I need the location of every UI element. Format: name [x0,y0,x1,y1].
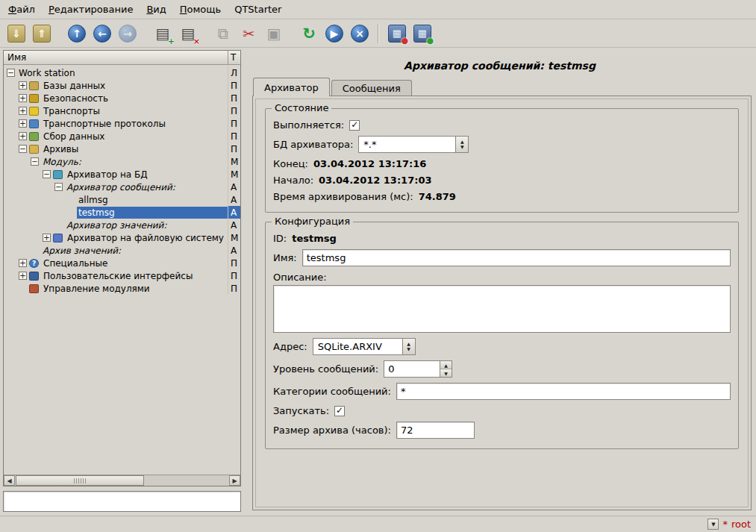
paste-item-button: ▣ [262,22,286,46]
tree-item[interactable]: Архиватор значений:А [4,219,240,231]
collapse-icon[interactable]: − [19,145,27,153]
expand-icon[interactable]: + [19,81,27,90]
forward-icon: → [119,25,137,43]
refresh-button[interactable]: ↻ [297,22,321,46]
current-user[interactable]: root [731,519,751,530]
expand-icon[interactable]: + [19,132,27,140]
archive-size-label: Размер архива (часов): [273,425,391,436]
tree-item[interactable]: +Базы данныхП [4,79,240,92]
tree-item[interactable]: +Архиватор на файловую системуМ [4,231,240,244]
name-input[interactable] [302,249,731,266]
archiver-db-combobox[interactable]: *.* ▲▼ [358,136,469,153]
expand-icon[interactable]: + [19,259,27,267]
add-item-button[interactable]: ▤+ [151,22,175,46]
collapse-icon[interactable]: − [43,170,51,178]
tree-item-type: П [228,92,240,104]
running-checkbox[interactable]: ✓ [349,120,360,131]
message-level-label: Уровень сообщений: [273,363,378,375]
message-level-spinbox[interactable]: ▲ ▼ [384,360,452,378]
back-button[interactable]: ← [90,22,114,46]
stop-button[interactable]: × [348,22,372,46]
delete-item-button[interactable]: ▤× [176,22,200,46]
tree-item[interactable]: +Сбор данныхП [4,130,240,143]
load-button[interactable]: ⇓ [4,22,28,46]
tree-item-type: П [228,257,240,269]
expand-icon[interactable]: + [19,272,27,280]
tree-item[interactable]: +ТранспортыП [4,104,240,117]
message-categories-input[interactable] [396,383,731,400]
tree-item-type: П [228,79,240,92]
tab-archiver[interactable]: Архиватор [253,78,330,96]
start-checkbox[interactable]: ✓ [334,406,345,416]
ui-icon [29,272,39,281]
vision-button[interactable]: ▦● [410,22,434,46]
tree-item[interactable]: allmsgА [4,193,240,206]
spin-up-icon[interactable]: ▲ [440,361,452,369]
tree-item[interactable]: −АрхивыП [4,143,240,155]
tree-column-name[interactable]: Имя [4,51,228,64]
modules-icon [29,284,39,293]
configurator-icon: ▦● [388,25,406,43]
menu-item-qtstarter[interactable]: QTStarter [228,1,288,18]
tree-item[interactable]: +?СпециальныеП [4,257,240,269]
description-textarea[interactable] [273,285,731,333]
spin-down-icon[interactable]: ▼ [440,369,452,377]
expand-icon[interactable]: + [19,94,27,102]
tree-filter-input[interactable] [3,491,241,512]
expand-icon[interactable]: + [19,119,27,128]
id-label: ID: [273,233,287,244]
tree-item[interactable]: +Пользовательские интерфейсыП [4,269,240,282]
tree-item[interactable]: testmsgА [4,206,240,219]
combo-arrows-icon: ▲▼ [455,137,468,152]
menu-item-file[interactable]: Файл [1,1,42,18]
menu-item-help[interactable]: Помощь [173,1,228,18]
databases-icon [29,81,39,90]
tree-item[interactable]: +Транспортные протоколыП [4,117,240,130]
start-button[interactable]: ▶ [322,22,346,46]
tree-item[interactable]: −Work stationЛ [4,66,240,79]
save-button[interactable]: ⇑ [30,22,54,46]
tab-messages[interactable]: Сообщения [331,80,412,96]
menu-item-view[interactable]: Вид [140,1,172,18]
scrollbar-thumb[interactable] [16,475,144,486]
archive-size-input[interactable] [396,422,475,439]
vision-icon: ▦● [413,25,431,43]
scroll-right-icon[interactable]: ▶ [229,475,240,486]
archives-icon [29,145,39,154]
db-archiver-icon [53,170,63,179]
menu-bar: ФайлРедактированиеВидПомощьQTStarter [0,0,756,19]
address-combobox[interactable]: SQLite.ARXIV ▲▼ [313,338,416,355]
tree-item-type: П [228,117,240,130]
collapse-icon[interactable]: − [7,69,15,77]
up-button[interactable]: ↑ [65,22,89,46]
running-label: Выполняется: [273,119,344,131]
expand-icon[interactable]: + [43,234,51,242]
tree-item-type: А [228,193,240,206]
transports-icon [29,107,39,116]
cut-item-button[interactable]: ✂ [237,22,260,46]
message-level-input[interactable] [384,361,440,377]
tree-item-type: П [228,143,240,155]
tree-item-type: П [228,104,240,117]
tree-item[interactable]: −Архиватор сообщений:А [4,181,240,193]
collapse-icon[interactable]: − [54,183,63,191]
tree-item[interactable]: +БезопасностьП [4,92,240,104]
tree-item[interactable]: −Архиватор на БДМ [4,168,240,181]
copy-item-icon: ⧉ [214,25,232,43]
navigation-tree: Имя Т −Work stationЛ+Базы данныхП+Безопа… [3,50,241,486]
tab-page-archiver: Состояние Выполняется: ✓ БД архиватора: … [255,98,749,507]
tree-item[interactable]: −Модуль:М [4,155,240,168]
tree-item[interactable]: Управление модулямиП [4,282,240,295]
back-icon: ← [93,25,111,43]
menu-item-edit[interactable]: Редактирование [42,1,140,18]
expand-icon[interactable]: + [19,107,27,115]
scrollbar-track[interactable] [15,475,229,486]
archiver-db-label: БД архиватора: [273,139,353,150]
status-dropdown-button[interactable]: ▼ [707,519,719,530]
collapse-icon[interactable]: − [31,157,39,166]
configurator-button[interactable]: ▦● [385,22,409,46]
tree-item[interactable]: Архив значений:А [4,244,240,257]
tree-horizontal-scrollbar[interactable]: ◀ ▶ [4,475,240,486]
scroll-left-icon[interactable]: ◀ [4,475,15,486]
tree-column-type[interactable]: Т [228,51,240,64]
